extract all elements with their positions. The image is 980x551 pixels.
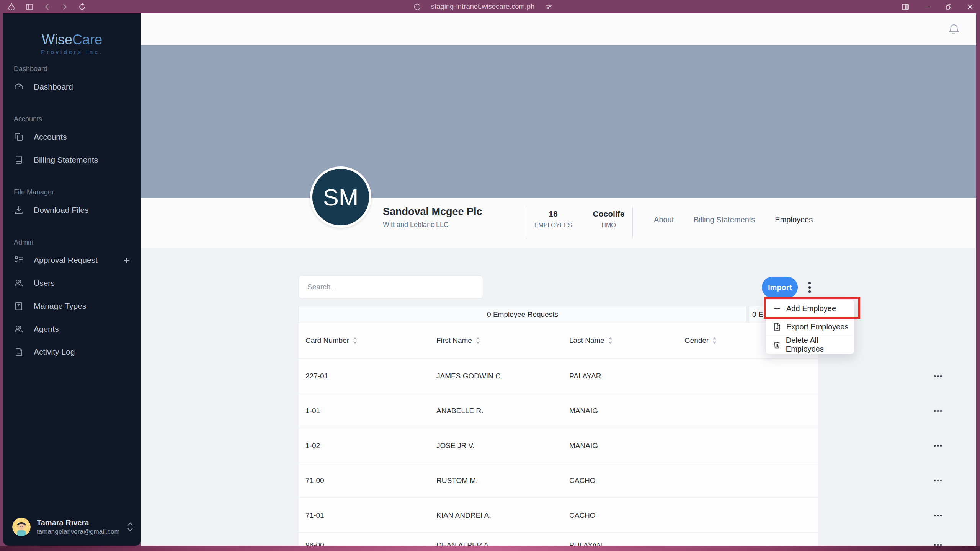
sidebar-item-dashboard[interactable]: Dashboard [3,75,141,98]
section-label-accounts: Accounts [3,105,141,126]
table-row[interactable]: 71-01 KIAN ANDREI A. CACHO [299,497,818,532]
tab-about[interactable]: About [654,215,674,224]
logo-text-wise: Wise [42,32,72,47]
restore-icon[interactable] [945,3,952,11]
column-header-last-name[interactable]: Last Name [569,323,613,358]
split-view-icon[interactable] [901,3,910,11]
column-header-first-name[interactable]: First Name [436,323,480,358]
download-icon [14,205,24,215]
row-actions-button[interactable] [930,359,946,393]
cell-first-name: ANABELLE R. [436,393,483,428]
sidebar-item-agents[interactable]: Agents [3,318,141,341]
row-actions-button[interactable] [930,498,946,533]
plus-icon [122,256,131,264]
back-icon[interactable] [43,3,51,11]
browser-logo-icon[interactable] [7,2,16,11]
sidebar-item-label: Dashboard [34,82,73,91]
kebab-horizontal-icon [934,409,942,412]
sidebar-item-manage-types[interactable]: Manage Types [3,295,141,318]
cell-last-name: CACHO [569,463,596,498]
forward-icon[interactable] [60,3,69,11]
minimize-icon[interactable] [923,3,931,11]
book-icon [14,155,24,165]
import-button[interactable]: Import [762,277,798,298]
divider [632,207,633,238]
kebab-horizontal-icon [934,514,942,517]
kebab-horizontal-icon [934,375,942,378]
main-content: SM Sandoval Mcgee Plc Witt and Leblanc L… [141,13,976,546]
menu-item-delete-all-employees[interactable]: Delete All Employees [766,336,854,354]
sidebar-item-accounts[interactable]: Accounts [3,126,141,148]
menu-item-add-employee[interactable]: Add Employee [766,300,854,318]
sidebar-item-label: Agents [34,324,59,334]
sidebar-item-label: Users [34,279,55,288]
close-icon[interactable] [966,3,974,11]
employee-requests-tab[interactable]: 0 Employee Requests [299,306,746,323]
plus-icon [773,305,781,313]
app-header [141,13,976,45]
approval-request-add-button[interactable] [122,256,131,264]
chevron-up-down-icon [126,522,134,532]
menu-item-export-employees[interactable]: Export Employees [766,318,854,336]
row-actions-button[interactable] [930,463,946,498]
section-label-admin: Admin [3,228,141,249]
kebab-horizontal-icon [934,444,942,447]
table-row[interactable]: 1-01 ANABELLE R. MANAIG [299,393,818,428]
cell-last-name: PALAYAR [569,359,601,393]
sort-icon [608,337,613,344]
tune-icon[interactable] [545,3,553,11]
row-actions-button[interactable] [930,393,946,428]
sidebar-toggle-icon[interactable] [25,3,34,11]
hmo-provider: Cocolife [582,209,635,218]
tab-employees[interactable]: Employees [775,215,813,224]
table-row[interactable]: 1-02 JOSE JR V. MANAIG [299,428,818,463]
type-book-icon [14,301,24,311]
section-label-file-manager: File Manager [3,178,141,199]
sidebar-item-download-files[interactable]: Download Files [3,199,141,222]
checklist-icon [14,255,24,265]
cell-last-name: PULAYAN [569,533,602,546]
employees-count: 18 [526,209,580,218]
table-row[interactable]: 71-00 RUSTOM M. CACHO [299,463,818,497]
row-actions-button[interactable] [930,428,946,463]
sidebar-item-activity-log[interactable]: Activity Log [3,341,141,364]
sidebar-item-approval-request[interactable]: Approval Request [3,249,141,272]
cell-last-name: MANAIG [569,428,598,463]
search-input[interactable] [299,275,483,299]
notification-bell-icon[interactable] [948,23,960,36]
company-avatar-initials: SM [323,184,359,211]
wisecare-logo: WiseCare Providers Inc. [3,13,141,55]
sidebar-item-label: Activity Log [34,347,75,357]
table-row[interactable]: 227-01 JAMES GODWIN C. PALAYAR [299,358,818,393]
row-actions-button[interactable] [930,533,946,546]
user-profile-card[interactable]: Tamara Rivera tamangelarivera@gmail.com [8,513,136,541]
cell-card-number: 71-00 [305,463,324,498]
browser-titlebar: staging-intranet.wisecare.com.ph [0,0,980,13]
more-actions-button[interactable] [802,277,818,298]
employees-label: EMPLOYEES [526,222,580,229]
sidebar-item-users[interactable]: Users [3,272,141,295]
cell-first-name: JOSE JR V. [436,428,475,463]
column-header-card-number[interactable]: Card Number [305,323,358,358]
url-text[interactable]: staging-intranet.wisecare.com.ph [431,3,535,11]
table-row[interactable]: 98-00 DEAN ALPER A. PULAYAN [299,532,818,546]
user-email: tamangelarivera@gmail.com [37,528,120,536]
sidebar-item-billing-statements[interactable]: Billing Statements [3,148,141,171]
parent-company-link[interactable]: Witt and Leblanc LLC [383,221,482,229]
sidebar-item-label: Download Files [34,205,89,215]
tab-billing-statements[interactable]: Billing Statements [694,215,755,224]
cell-first-name: DEAN ALPER A. [436,533,491,546]
document-icon [14,347,24,357]
gauge-icon [14,82,24,92]
cell-card-number: 1-02 [305,428,320,463]
cell-card-number: 1-01 [305,393,320,428]
cell-card-number: 227-01 [305,359,328,393]
reload-icon[interactable] [78,3,87,11]
trash-icon [773,341,781,349]
cell-first-name: RUSTOM M. [436,463,478,498]
user-name: Tamara Rivera [37,518,120,527]
cell-first-name: KIAN ANDREI A. [436,498,491,533]
column-header-gender[interactable]: Gender [684,323,717,358]
users-icon [14,278,24,288]
site-info-icon[interactable] [413,3,421,11]
